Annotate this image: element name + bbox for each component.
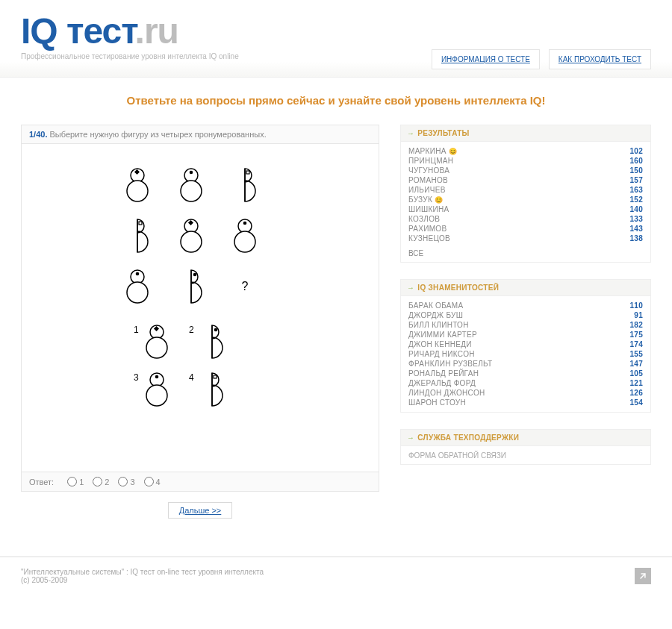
result-name: БУЗУК 😊 — [408, 195, 443, 204]
celeb-name: ШАРОН СТОУН — [408, 398, 466, 407]
result-row[interactable]: БУЗУК 😊152 — [408, 195, 643, 204]
celeb-row[interactable]: ДЖИММИ КАРТЕР175 — [408, 330, 643, 339]
smile-icon: 😊 — [435, 196, 443, 204]
answer-figure-1[interactable]: 1 — [134, 323, 178, 360]
site-logo[interactable]: IQ тест.ru — [21, 13, 239, 49]
answer-option-1[interactable]: 1 — [67, 477, 84, 486]
result-row[interactable]: РОМАНОВ157 — [408, 175, 643, 185]
svg-point-4 — [181, 181, 202, 201]
question-figure-box: ? 1 2 3 — [21, 144, 379, 472]
answer-num-1: 1 — [134, 325, 139, 335]
answer-figure-3[interactable]: 3 — [134, 371, 178, 408]
result-score: 102 — [629, 147, 643, 155]
celeb-row[interactable]: БАРАК ОБАМА110 — [408, 301, 643, 310]
celeb-row[interactable]: РОНАЛЬД РЕЙГАН105 — [408, 369, 643, 378]
celeb-score: 155 — [629, 350, 643, 358]
footer-text: "Интеллектуальные системы" : IQ тест on-… — [21, 568, 264, 584]
svg-point-28 — [155, 375, 158, 379]
celeb-score: 154 — [629, 398, 643, 407]
celeb-score: 91 — [634, 311, 643, 319]
support-panel: →СЛУЖБА ТЕХПОДДЕРЖКИ ФОРМА ОБРАТНОЙ СВЯЗ… — [400, 429, 651, 465]
result-row[interactable]: ЧУГУНОВА150 — [408, 166, 643, 175]
celeb-row[interactable]: БИЛЛ КЛИНТОН182 — [408, 320, 643, 330]
svg-rect-30 — [214, 375, 217, 378]
result-name: РОМАНОВ — [408, 176, 448, 184]
link-about-test[interactable]: ИНФОРМАЦИЯ О ТЕСТЕ — [432, 49, 540, 69]
answer-radio-3[interactable] — [118, 477, 128, 486]
celebs-panel: →IQ ЗНАМЕНИТОСТЕЙ БАРАК ОБАМА110ДЖОРДЖ Б… — [400, 279, 651, 413]
answer-label: Ответ: — [29, 478, 54, 486]
celeb-name: БАРАК ОБАМА — [408, 301, 463, 310]
answer-option-4[interactable]: 4 — [144, 477, 161, 486]
result-name: МАРКИНА 😊 — [408, 147, 457, 155]
result-name: ИЛЬИЧЕВ — [408, 186, 446, 194]
result-row[interactable]: ШИШКИНА140 — [408, 204, 643, 214]
result-name: КОЗЛОВ — [408, 215, 440, 223]
question-column: 1/40. Выберите нужную фигуру из четырех … — [21, 125, 379, 519]
result-row[interactable]: КОЗЛОВ133 — [408, 214, 643, 224]
results-panel: →РЕЗУЛЬТАТЫ МАРКИНА 😊102ПРИНЦМАН160ЧУГУН… — [400, 125, 651, 263]
celeb-row[interactable]: ДЖЕРАЛЬД ФОРД121 — [408, 378, 643, 388]
result-row[interactable]: ИЛЬИЧЕВ163 — [408, 185, 643, 195]
answer-figure-2[interactable]: 2 — [189, 323, 234, 360]
result-row[interactable]: ПРИНЦМАН160 — [408, 156, 643, 166]
answer-figure-4[interactable]: 4 — [189, 371, 234, 408]
figure-grid: ? — [119, 166, 264, 308]
celeb-name: ДЖОН КЕННЕДИ — [408, 340, 472, 348]
celeb-name: ДЖЕРАЛЬД ФОРД — [408, 379, 476, 387]
arrow-icon: → — [407, 284, 414, 292]
logo-block: IQ тест.ru Профессиональное тестирование… — [21, 13, 239, 60]
footer: "Интеллектуальные системы" : IQ тест on-… — [0, 556, 672, 595]
answer-radio-4[interactable] — [144, 477, 154, 486]
svg-point-17 — [127, 282, 148, 303]
result-score: 143 — [629, 225, 643, 233]
svg-rect-7 — [246, 171, 249, 174]
question-header: 1/40. Выберите нужную фигуру из четырех … — [21, 125, 379, 144]
link-how-to-take[interactable]: КАК ПРОХОДИТЬ ТЕСТ — [549, 49, 651, 69]
svg-point-14 — [234, 231, 255, 252]
celeb-row[interactable]: ШАРОН СТОУН154 — [408, 398, 643, 407]
svg-point-22 — [146, 337, 167, 358]
result-row[interactable]: РАХИМОВ143 — [408, 224, 643, 234]
smile-icon: 😊 — [449, 148, 457, 155]
figure-2-1 — [119, 217, 156, 257]
result-score: 157 — [629, 176, 643, 184]
celeb-score: 105 — [629, 369, 643, 378]
figure-3-1 — [119, 268, 156, 308]
result-row[interactable]: КУЗНЕЦОВ138 — [408, 234, 643, 243]
answer-figure-grid: 1 2 3 4 — [134, 323, 234, 408]
answer-num-4: 4 — [189, 372, 194, 383]
results-all-link[interactable]: ВСЕ — [408, 249, 643, 257]
result-score: 138 — [629, 234, 643, 242]
celeb-score: 174 — [629, 340, 643, 348]
answer-num-2: 2 — [189, 325, 194, 335]
result-row[interactable]: МАРКИНА 😊102 — [408, 146, 643, 156]
result-score: 160 — [629, 157, 643, 165]
answer-num-3: 3 — [134, 372, 139, 383]
celeb-row[interactable]: ФРАНКЛИН РУЗВЕЛЬТ147 — [408, 359, 643, 369]
figure-1-3 — [226, 166, 264, 207]
answer-option-3[interactable]: 3 — [118, 477, 134, 486]
answer-option-2[interactable]: 2 — [93, 477, 109, 486]
result-score: 140 — [629, 205, 643, 213]
result-name: ШИШКИНА — [408, 205, 449, 213]
celeb-row[interactable]: ДЖОРДЖ БУШ91 — [408, 310, 643, 320]
answer-radio-2[interactable] — [93, 477, 102, 486]
figure-2-3 — [226, 217, 264, 257]
arrow-icon: → — [407, 434, 414, 442]
celeb-row[interactable]: ДЖОН КЕННЕДИ174 — [408, 339, 643, 349]
answer-row: Ответ: 1 2 3 4 — [21, 472, 379, 492]
celeb-row[interactable]: ЛИНДОН ДЖОНСОН126 — [408, 388, 643, 398]
feedback-form-link[interactable]: ФОРМА ОБРАТНОЙ СВЯЗИ — [408, 451, 506, 460]
celeb-score: 110 — [629, 301, 643, 310]
result-score: 150 — [629, 166, 643, 175]
question-text: Выберите нужную фигуру из четырех пронум… — [50, 130, 267, 139]
next-button[interactable]: Дальше >> — [168, 502, 233, 519]
svg-point-1 — [127, 181, 148, 201]
result-name: РАХИМОВ — [408, 225, 447, 233]
scroll-top-button[interactable] — [635, 568, 651, 584]
celeb-row[interactable]: РИЧАРД НИКСОН155 — [408, 349, 643, 359]
logo-suffix: .ru — [135, 11, 178, 51]
answer-radio-1[interactable] — [67, 477, 77, 486]
figure-3-3-missing: ? — [226, 268, 264, 308]
